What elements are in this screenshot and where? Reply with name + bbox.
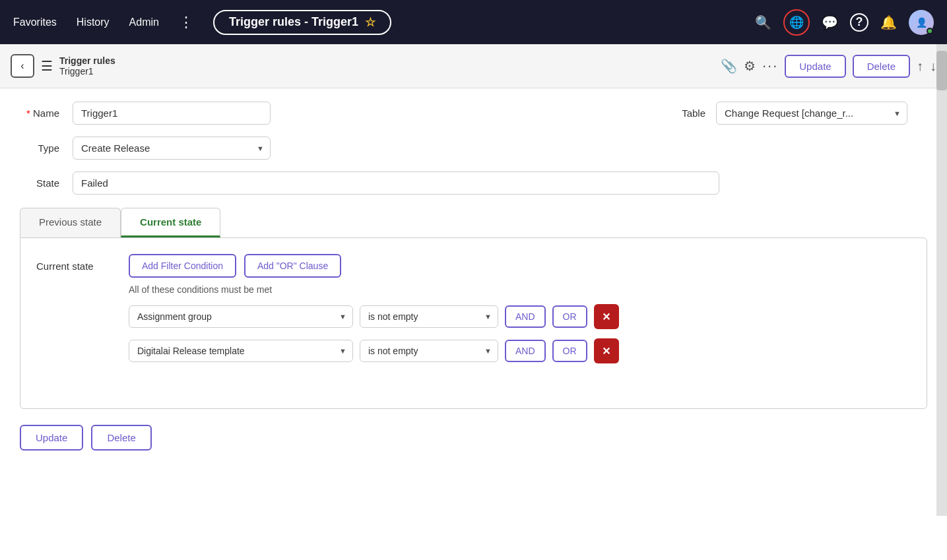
condition-op-select-1[interactable]: is not empty — [360, 305, 498, 328]
hamburger-icon[interactable]: ☰ — [41, 58, 53, 74]
tabs-container: Previous state Current state Current sta… — [20, 208, 927, 409]
down-arrow-icon[interactable]: ↓ — [930, 59, 936, 74]
update-button-header[interactable]: Update — [785, 55, 845, 78]
condition-field-wrapper-2: Digitalai Release template — [129, 340, 353, 362]
subheader: ‹ ☰ Trigger rules Trigger1 📎 ⚙ ··· Updat… — [0, 44, 947, 88]
subheader-right: 📎 ⚙ ··· Update Delete ↑ ↓ — [721, 55, 936, 78]
back-icon: ‹ — [20, 60, 24, 72]
nav-favorites[interactable]: Favorites — [13, 16, 57, 28]
delete-button-header[interactable]: Delete — [853, 55, 910, 78]
topnav-right: 🔍 🌐 💬 ? 🔔 👤 — [755, 9, 934, 36]
nav-admin[interactable]: Admin — [129, 16, 159, 28]
type-select-wrapper: Create Release — [73, 137, 271, 160]
or-button-2[interactable]: OR — [552, 340, 587, 362]
filter-settings-icon[interactable]: ⚙ — [744, 58, 756, 74]
condition-op-select-2[interactable]: is not empty — [360, 340, 498, 362]
and-button-2[interactable]: AND — [505, 340, 546, 362]
topnav: Favorites History Admin ⋮ Trigger rules … — [0, 0, 947, 44]
table-select[interactable]: Change Request [change_r... — [716, 102, 907, 125]
avatar[interactable]: 👤 — [909, 10, 934, 35]
delete-condition-button-2[interactable]: ✕ — [594, 338, 619, 363]
condition-field-select-2[interactable]: Digitalai Release template — [129, 340, 353, 362]
table-select-wrapper: Change Request [change_r... — [716, 102, 907, 125]
add-or-clause-button[interactable]: Add "OR" Clause — [244, 254, 341, 278]
name-label: * Name — [20, 108, 59, 119]
condition-op-wrapper-2: is not empty — [360, 340, 498, 362]
state-input[interactable] — [73, 171, 719, 195]
breadcrumb: Trigger rules Trigger1 — [59, 55, 115, 77]
breadcrumb-line1: Trigger rules — [59, 55, 115, 66]
attach-icon[interactable]: 📎 — [721, 58, 737, 74]
delete-condition-button-1[interactable]: ✕ — [594, 304, 619, 329]
tab-previous-state[interactable]: Previous state — [20, 208, 121, 237]
nav-more-icon[interactable]: ⋮ — [179, 14, 193, 31]
type-select[interactable]: Create Release — [73, 137, 271, 160]
up-arrow-icon[interactable]: ↑ — [917, 59, 923, 74]
search-icon[interactable]: 🔍 — [755, 15, 771, 30]
page-title-text: Trigger rules - Trigger1 — [229, 15, 358, 29]
add-filter-condition-button[interactable]: Add Filter Condition — [129, 254, 236, 278]
help-icon[interactable]: ? — [850, 13, 868, 32]
tab-content-current-state: Current state Add Filter Condition Add "… — [20, 237, 927, 409]
condition-op-wrapper-1: is not empty — [360, 305, 498, 328]
name-input[interactable] — [73, 102, 271, 125]
tabs-header: Previous state Current state — [20, 208, 927, 237]
filter-controls: Add Filter Condition Add "OR" Clause All… — [129, 254, 619, 373]
table-label: Table — [682, 108, 705, 119]
topnav-left: Favorites History Admin ⋮ Trigger rules … — [13, 10, 735, 35]
current-state-section: Current state Add Filter Condition Add "… — [36, 254, 911, 373]
back-button[interactable]: ‹ — [11, 54, 34, 78]
globe-icon-wrapper[interactable]: 🌐 — [783, 9, 810, 36]
chat-icon[interactable]: 💬 — [822, 15, 838, 30]
breadcrumb-line2: Trigger1 — [59, 66, 115, 77]
more-options-icon[interactable]: ··· — [762, 57, 778, 75]
subheader-left: ‹ ☰ Trigger rules Trigger1 — [11, 54, 713, 78]
avatar-online-dot — [927, 28, 933, 34]
condition-row-2: Digitalai Release template is not empty … — [129, 338, 619, 363]
condition-field-wrapper-1: Assignment group — [129, 305, 353, 328]
globe-icon: 🌐 — [789, 15, 804, 30]
condition-field-select-1[interactable]: Assignment group — [129, 305, 353, 328]
main-content: * Name Table Change Request [change_r...… — [0, 88, 947, 560]
filter-buttons: Add Filter Condition Add "OR" Clause — [129, 254, 619, 278]
state-label: State — [20, 177, 59, 189]
star-icon[interactable]: ☆ — [365, 15, 376, 30]
type-label: Type — [20, 142, 59, 154]
or-button-1[interactable]: OR — [552, 305, 587, 328]
and-button-1[interactable]: AND — [505, 305, 546, 328]
bottom-actions: Update Delete — [20, 425, 927, 451]
bell-icon[interactable]: 🔔 — [880, 15, 897, 30]
condition-row-1: Assignment group is not empty AND OR ✕ — [129, 304, 619, 329]
type-row: Type Create Release — [20, 137, 927, 160]
current-state-section-label: Current state — [36, 254, 115, 272]
delete-button-bottom[interactable]: Delete — [91, 425, 151, 451]
state-row: State — [20, 171, 927, 195]
scrollbar-thumb[interactable] — [936, 51, 947, 90]
conditions-description: All of these conditions must be met — [129, 284, 619, 295]
tab-current-state[interactable]: Current state — [121, 208, 220, 237]
nav-history[interactable]: History — [77, 16, 110, 28]
scrollbar[interactable] — [936, 44, 947, 516]
update-button-bottom[interactable]: Update — [20, 425, 83, 451]
page-title-badge: Trigger rules - Trigger1 ☆ — [213, 10, 391, 35]
